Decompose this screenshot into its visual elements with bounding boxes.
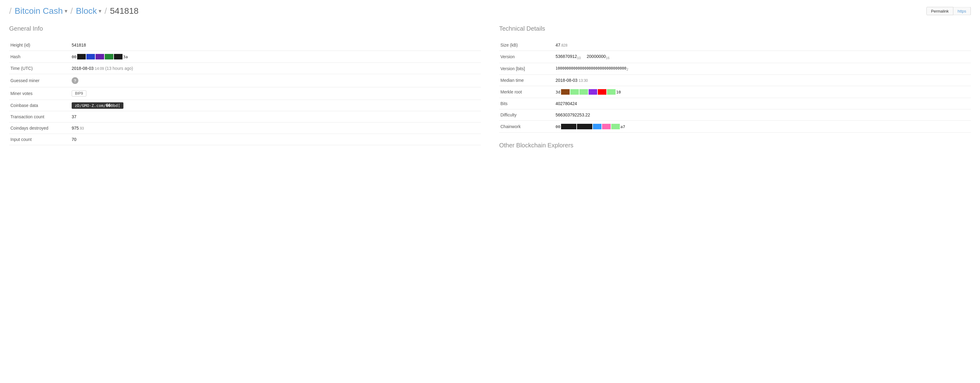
coinbase-badge: zD/GMO-Z.com/��0bd[ [72,102,123,109]
value-coindays: 975.93 [70,123,481,134]
table-row: Guessed miner ? [9,74,481,87]
merkle-block-3 [579,89,588,95]
block-number: 541818 [110,6,138,16]
merkle-block-4 [589,89,597,95]
size-decimal: .828 [560,43,568,48]
block-link[interactable]: Block ▾ [76,6,101,16]
label-coindays: Coindays destroyed [9,123,70,134]
value-merkle-root: 3d 10 [554,86,971,98]
label-hash: Hash [9,51,70,63]
value-input-count: 70 [70,134,481,145]
table-row: Miner votes BIP9 [9,87,481,100]
value-hash: 00 3a [70,51,481,63]
main-content: General Info Height (id) 541818 Hash 00 [9,25,971,149]
merkle-block-5 [598,89,606,95]
technical-details-heading: Technical Details [499,25,971,35]
table-row: Chainwork 00 a7 [499,121,971,132]
bitcoin-cash-link[interactable]: Bitcoin Cash ▾ [15,6,67,16]
general-info-table: Height (id) 541818 Hash 00 [9,40,481,145]
table-row: Hash 00 3a [9,51,481,63]
slash-1: / [9,6,12,16]
slash-3: / [105,6,107,16]
version-sub1: 10 [577,56,581,60]
hash-block-5 [114,54,123,59]
label-median-time: Median time [499,75,554,86]
label-height: Height (id) [9,40,70,51]
table-row: Merkle root 3d 10 [499,86,971,98]
value-size: 47.828 [554,40,971,51]
hash-block-3 [95,54,104,59]
label-difficulty: Difficulty [499,109,554,121]
label-coinbase-data: Coinbase data [9,100,70,111]
merkle-block-6 [607,89,616,95]
merkle-block-2 [570,89,579,95]
table-row: Coindays destroyed 975.93 [9,123,481,134]
hash-block-1 [77,54,86,59]
table-row: Input count 70 [9,134,481,145]
label-version-bits: Version [bits] [499,63,554,75]
table-row: Bits 402780424 [499,98,971,109]
chainwork-block-1 [561,124,576,129]
value-time: 2018-08-03 14:09 (13 hours ago) [70,63,481,74]
table-row: Height (id) 541818 [9,40,481,51]
table-row: Version [bits] 1000000000000000000000000… [499,63,971,75]
label-input-count: Input count [9,134,70,145]
chainwork-block-3 [593,124,601,129]
chainwork-block-5 [611,124,620,129]
hash-suffix: 3a [123,54,128,59]
hash-block-2 [86,54,95,59]
label-miner-votes: Miner votes [9,87,70,100]
breadcrumb: / Bitcoin Cash ▾ / Block ▾ / 541818 Perm… [9,6,971,16]
permalink-https-button[interactable]: https [953,7,971,15]
chainwork-display: 00 a7 [555,124,970,129]
value-coinbase-data: zD/GMO-Z.com/��0bd[ [70,100,481,111]
label-merkle-root: Merkle root [499,86,554,98]
label-version: Version [499,51,554,63]
permalink-button[interactable]: Permalink [926,7,953,15]
label-time: Time (UTC) [9,63,70,74]
coindays-decimal: .93 [79,126,84,131]
technical-details-table: Size (kB) 47.828 Version 53687091210 200… [499,40,971,132]
chainwork-block-2 [577,124,592,129]
table-row: Time (UTC) 2018-08-03 14:09 (13 hours ag… [9,63,481,74]
value-tx-count: 37 [70,111,481,123]
label-guessed-miner: Guessed miner [9,74,70,87]
permalink-area: Permalink https [926,7,971,15]
value-difficulty: 566303792253.22 [554,109,971,121]
label-size: Size (kB) [499,40,554,51]
value-bits: 402780424 [554,98,971,109]
value-median-time: 2018-08-03 13:30 [554,75,971,86]
general-info-heading: General Info [9,25,481,35]
bip9-badge: BIP9 [72,90,86,97]
merkle-block-1 [561,89,570,95]
label-bits: Bits [499,98,554,109]
value-chainwork: 00 a7 [554,121,971,132]
table-row: Transaction count 37 [9,111,481,123]
question-circle-icon: ? [72,77,78,84]
slash-2: / [70,6,73,16]
block-label: Block [76,6,97,16]
technical-details-section: Technical Details Size (kB) 47.828 Versi… [499,25,971,149]
chainwork-prefix: 00 [555,124,560,129]
block-chevron: ▾ [99,8,101,14]
version-bits-sub: 2 [626,67,628,72]
label-chainwork: Chainwork [499,121,554,132]
chainwork-block-4 [602,124,611,129]
hash-prefix: 00 [72,54,76,59]
value-guessed-miner: ? [70,74,481,87]
label-tx-count: Transaction count [9,111,70,123]
value-version-bits: 100000000000000000000000000000002 [554,63,971,75]
hash-display: 00 3a [72,54,480,59]
value-miner-votes: BIP9 [70,87,481,100]
value-height: 541818 [70,40,481,51]
bitcoin-cash-label: Bitcoin Cash [15,6,63,16]
table-row: Difficulty 566303792253.22 [499,109,971,121]
table-row: Median time 2018-08-03 13:30 [499,75,971,86]
table-row: Version 53687091210 2000000016 [499,51,971,63]
merkle-prefix: 3d [555,90,560,94]
value-version: 53687091210 2000000016 [554,51,971,63]
version-sub2: 16 [606,56,609,60]
table-row: Size (kB) 47.828 [499,40,971,51]
bitcoin-cash-chevron: ▾ [65,8,67,14]
other-explorers-heading: Other Blockchain Explorers [499,142,971,149]
